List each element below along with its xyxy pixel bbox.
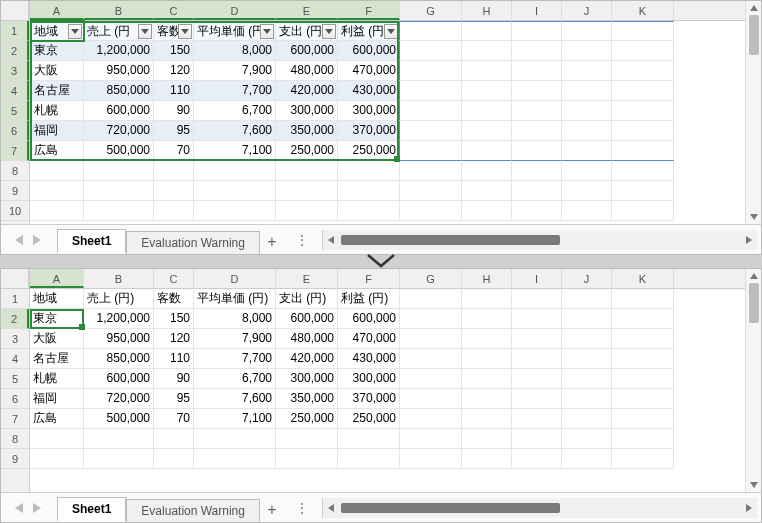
cell[interactable] xyxy=(612,329,674,349)
cell[interactable] xyxy=(462,369,512,389)
filter-dropdown-icon[interactable] xyxy=(138,24,152,39)
cell[interactable] xyxy=(154,201,194,221)
col-header[interactable]: B xyxy=(84,269,154,288)
cell[interactable]: 500,000 xyxy=(84,141,154,161)
cell[interactable] xyxy=(400,409,462,429)
cell[interactable]: 8,000 xyxy=(194,41,276,61)
scroll-right-icon[interactable] xyxy=(741,500,757,516)
cell[interactable]: 8,000 xyxy=(194,309,276,329)
scroll-down-icon[interactable] xyxy=(747,210,761,224)
filter-dropdown-icon[interactable] xyxy=(178,24,192,39)
cell[interactable] xyxy=(276,161,338,181)
cell[interactable] xyxy=(30,429,84,449)
cell[interactable] xyxy=(462,389,512,409)
col-header[interactable]: C xyxy=(154,269,194,288)
cell[interactable]: 平均単価 (円 xyxy=(194,21,276,41)
tab-menu-icon[interactable]: ⋮ xyxy=(290,501,316,515)
cell[interactable]: 7,900 xyxy=(194,329,276,349)
cell[interactable]: 70 xyxy=(154,409,194,429)
cell[interactable]: 600,000 xyxy=(338,41,400,61)
cell[interactable] xyxy=(612,409,674,429)
cell[interactable] xyxy=(338,201,400,221)
cell[interactable] xyxy=(612,429,674,449)
scroll-up-icon[interactable] xyxy=(747,269,761,283)
cell[interactable]: 420,000 xyxy=(276,349,338,369)
row-header[interactable]: 7 xyxy=(1,141,29,161)
cell[interactable] xyxy=(512,309,562,329)
row-header[interactable]: 6 xyxy=(1,121,29,141)
cell[interactable] xyxy=(276,201,338,221)
cell[interactable] xyxy=(400,389,462,409)
cell[interactable] xyxy=(462,141,512,161)
cell[interactable] xyxy=(400,369,462,389)
cell[interactable] xyxy=(562,101,612,121)
cell[interactable] xyxy=(30,181,84,201)
row-header[interactable]: 6 xyxy=(1,389,29,409)
cell[interactable]: 大阪 xyxy=(30,61,84,81)
col-header[interactable]: I xyxy=(512,1,562,20)
cell[interactable] xyxy=(562,181,612,201)
col-header[interactable]: K xyxy=(612,269,674,288)
horizontal-scrollbar[interactable] xyxy=(322,498,757,518)
cell[interactable]: 7,700 xyxy=(194,349,276,369)
scroll-thumb[interactable] xyxy=(341,503,560,513)
cell[interactable]: 東京 xyxy=(30,41,84,61)
scroll-left-icon[interactable] xyxy=(323,232,339,248)
cell[interactable] xyxy=(612,309,674,329)
cell[interactable] xyxy=(400,161,462,181)
cell[interactable] xyxy=(400,41,462,61)
col-header[interactable]: A xyxy=(30,1,84,20)
filter-dropdown-icon[interactable] xyxy=(322,24,336,39)
cell[interactable] xyxy=(612,389,674,409)
cell[interactable] xyxy=(400,21,462,41)
col-header[interactable]: K xyxy=(612,1,674,20)
cell[interactable] xyxy=(562,349,612,369)
cell[interactable] xyxy=(512,329,562,349)
cell[interactable] xyxy=(612,41,674,61)
cell[interactable] xyxy=(462,181,512,201)
cell[interactable] xyxy=(512,21,562,41)
cell[interactable]: 支出 (円 xyxy=(276,21,338,41)
cell[interactable]: 370,000 xyxy=(338,121,400,141)
cell[interactable] xyxy=(562,161,612,181)
cell[interactable]: 札幌 xyxy=(30,101,84,121)
col-header[interactable]: F xyxy=(338,1,400,20)
cell[interactable] xyxy=(512,61,562,81)
cell[interactable] xyxy=(612,289,674,309)
tab-next-icon[interactable] xyxy=(29,499,45,517)
cell[interactable]: 客数 xyxy=(154,289,194,309)
col-header[interactable]: D xyxy=(194,269,276,288)
cell[interactable] xyxy=(194,161,276,181)
cell[interactable]: 420,000 xyxy=(276,81,338,101)
scroll-thumb[interactable] xyxy=(749,283,759,323)
col-header[interactable]: I xyxy=(512,269,562,288)
cell[interactable]: 950,000 xyxy=(84,329,154,349)
cell[interactable]: 110 xyxy=(154,349,194,369)
col-header[interactable]: J xyxy=(562,1,612,20)
cell[interactable]: 客数 xyxy=(154,21,194,41)
cell[interactable] xyxy=(462,161,512,181)
cell[interactable]: 売上 (円 xyxy=(84,21,154,41)
cell[interactable]: 250,000 xyxy=(338,409,400,429)
cell[interactable]: 1,200,000 xyxy=(84,309,154,329)
cell[interactable] xyxy=(338,429,400,449)
cell[interactable] xyxy=(462,101,512,121)
tab-menu-icon[interactable]: ⋮ xyxy=(290,233,316,247)
cell[interactable] xyxy=(462,81,512,101)
cell[interactable]: 600,000 xyxy=(338,309,400,329)
vertical-scrollbar[interactable] xyxy=(745,1,761,224)
cell[interactable] xyxy=(462,349,512,369)
cell[interactable] xyxy=(512,181,562,201)
row-header[interactable]: 8 xyxy=(1,161,29,181)
cell[interactable] xyxy=(276,429,338,449)
cell[interactable] xyxy=(154,181,194,201)
cell[interactable]: 7,700 xyxy=(194,81,276,101)
cell[interactable]: 350,000 xyxy=(276,389,338,409)
cell[interactable]: 600,000 xyxy=(276,309,338,329)
row-header[interactable]: 3 xyxy=(1,329,29,349)
cell[interactable] xyxy=(512,449,562,469)
cell[interactable] xyxy=(30,201,84,221)
col-header[interactable]: G xyxy=(400,269,462,288)
cell[interactable] xyxy=(612,21,674,41)
cell[interactable]: 600,000 xyxy=(84,101,154,121)
